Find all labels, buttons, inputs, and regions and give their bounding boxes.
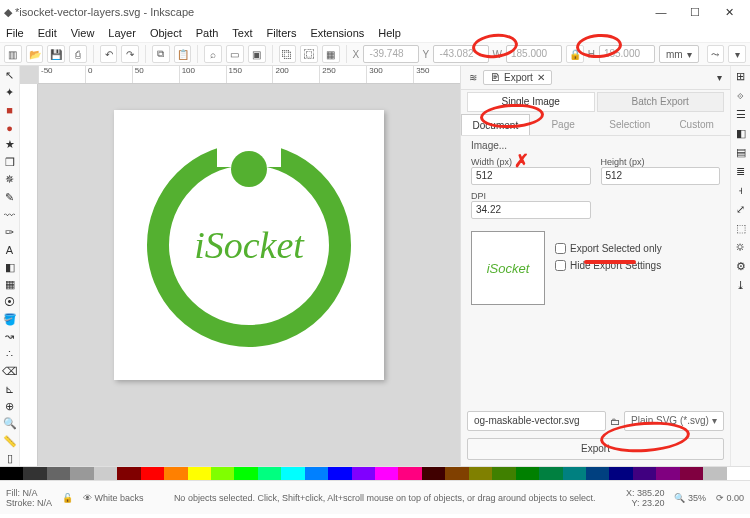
swatch[interactable] xyxy=(516,467,539,480)
new-doc-icon[interactable]: ▥ xyxy=(4,45,22,63)
snap-toggle-icon[interactable]: ⊞ xyxy=(733,68,749,84)
selectors-icon[interactable]: ☰ xyxy=(733,106,749,122)
undo-icon[interactable]: ↶ xyxy=(100,45,118,63)
redo-icon[interactable]: ↷ xyxy=(121,45,139,63)
tab-page[interactable]: Page xyxy=(530,114,597,135)
doc-props-icon[interactable]: ⛭ xyxy=(733,239,749,255)
gradient-tool-icon[interactable]: ◧ xyxy=(2,260,18,274)
maximize-button[interactable]: ☐ xyxy=(678,0,712,24)
x-input[interactable]: -39.748 xyxy=(363,45,418,63)
dropper-tool-icon[interactable]: ⦿ xyxy=(2,295,18,309)
rect-tool-icon[interactable]: ■ xyxy=(2,103,18,117)
object-props-icon[interactable]: ▤ xyxy=(733,144,749,160)
connector-tool-icon[interactable]: ⊾ xyxy=(2,382,18,396)
swatch[interactable] xyxy=(281,467,304,480)
close-tab-icon[interactable]: ✕ xyxy=(537,72,545,83)
menu-text[interactable]: Text xyxy=(232,27,252,39)
export-format-select[interactable]: Plain SVG (*.svg)▾ xyxy=(624,411,724,431)
swatch[interactable] xyxy=(23,467,46,480)
measure-tool-icon[interactable]: 📏 xyxy=(2,434,18,448)
tweak-tool-icon[interactable]: ↝ xyxy=(2,330,18,344)
star-tool-icon[interactable]: ★ xyxy=(2,138,18,152)
swatch[interactable] xyxy=(70,467,93,480)
canvas-area[interactable]: -50050100150200250300350 iSocket xyxy=(20,66,460,466)
mesh-tool-icon[interactable]: ▦ xyxy=(2,277,18,291)
swatch[interactable] xyxy=(234,467,257,480)
bezier-tool-icon[interactable]: 〰 xyxy=(2,208,18,222)
swatch[interactable] xyxy=(305,467,328,480)
pages-tool-icon[interactable]: ▯ xyxy=(2,452,18,466)
swatch[interactable] xyxy=(727,467,750,480)
swatch[interactable] xyxy=(469,467,492,480)
swatch[interactable] xyxy=(445,467,468,480)
zoom-tool-icon[interactable]: 🔍 xyxy=(2,417,18,431)
menu-edit[interactable]: Edit xyxy=(38,27,57,39)
swatch[interactable] xyxy=(141,467,164,480)
swatch[interactable] xyxy=(586,467,609,480)
swatch[interactable] xyxy=(117,467,140,480)
swatch[interactable] xyxy=(352,467,375,480)
export-selected-checkbox[interactable]: Export Selected only xyxy=(555,243,662,254)
menu-help[interactable]: Help xyxy=(378,27,401,39)
h-input[interactable]: 185.000 xyxy=(599,45,655,63)
swatch[interactable] xyxy=(422,467,445,480)
clone-icon[interactable]: ⿴ xyxy=(300,45,318,63)
group-icon[interactable]: ▦ xyxy=(322,45,340,63)
snap-icon[interactable]: ⤳ xyxy=(707,45,725,63)
menu-object[interactable]: Object xyxy=(150,27,182,39)
open-icon[interactable]: 📂 xyxy=(26,45,44,63)
swatch[interactable] xyxy=(47,467,70,480)
tab-document[interactable]: Document xyxy=(461,114,530,135)
save-icon[interactable]: 💾 xyxy=(47,45,65,63)
fill-stroke-icon[interactable]: ◧ xyxy=(733,125,749,141)
w-input[interactable]: 185.000 xyxy=(506,45,562,63)
swatch[interactable] xyxy=(258,467,281,480)
menu-layer[interactable]: Layer xyxy=(108,27,136,39)
xml-editor-icon[interactable]: ⟐ xyxy=(733,87,749,103)
close-button[interactable]: ✕ xyxy=(712,0,746,24)
subtab-batch[interactable]: Batch Export xyxy=(597,92,725,112)
color-palette[interactable] xyxy=(0,466,750,480)
zoom-draw-icon[interactable]: ▭ xyxy=(226,45,244,63)
pencil-tool-icon[interactable]: ✎ xyxy=(2,190,18,204)
panel-menu-icon[interactable]: ▾ xyxy=(717,72,722,83)
rotation-field[interactable]: ⟳ 0.00 xyxy=(716,493,744,503)
preferences-icon[interactable]: ⚙ xyxy=(733,258,749,274)
swatch[interactable] xyxy=(398,467,421,480)
prefs-icon[interactable]: ▾ xyxy=(728,45,746,63)
layers-panel-icon[interactable]: ≣ xyxy=(733,163,749,179)
zoom-field[interactable]: 🔍 35% xyxy=(674,493,706,503)
unit-select[interactable]: mm▾ xyxy=(659,45,699,63)
minimize-button[interactable]: — xyxy=(644,0,678,24)
height-input[interactable]: 512 xyxy=(601,167,721,185)
swatch[interactable] xyxy=(164,467,187,480)
export-filename-input[interactable]: og-maskable-vector.svg xyxy=(467,411,606,431)
paintbucket-tool-icon[interactable]: 🪣 xyxy=(2,312,18,326)
3dbox-tool-icon[interactable]: ❒ xyxy=(2,155,18,169)
zoom-page-icon[interactable]: ▣ xyxy=(248,45,266,63)
spray-tool-icon[interactable]: ∴ xyxy=(2,347,18,361)
lock-icon[interactable]: 🔒 xyxy=(566,45,584,63)
swatch[interactable] xyxy=(328,467,351,480)
dpi-input[interactable]: 34.22 xyxy=(471,201,591,219)
menu-extensions[interactable]: Extensions xyxy=(310,27,364,39)
swatch[interactable] xyxy=(703,467,726,480)
swatch[interactable] xyxy=(656,467,679,480)
paste-icon[interactable]: 📋 xyxy=(174,45,192,63)
swatch[interactable] xyxy=(609,467,632,480)
subtab-single[interactable]: Single Image xyxy=(467,92,595,112)
swatch[interactable] xyxy=(0,467,23,480)
menu-file[interactable]: File xyxy=(6,27,24,39)
export-button[interactable]: Export xyxy=(467,438,724,460)
width-input[interactable]: 512 xyxy=(471,167,591,185)
menu-filters[interactable]: Filters xyxy=(267,27,297,39)
selector-tool-icon[interactable]: ↖ xyxy=(2,68,18,82)
hide-export-settings-checkbox[interactable]: Hide Export Settings xyxy=(555,260,662,271)
text-tool-icon[interactable]: A xyxy=(2,242,18,256)
lpe-tool-icon[interactable]: ⊕ xyxy=(2,399,18,413)
eraser-tool-icon[interactable]: ⌫ xyxy=(2,364,18,378)
browse-icon[interactable]: 🗀 xyxy=(610,416,620,427)
zoom-sel-icon[interactable]: ⌕ xyxy=(204,45,222,63)
align-icon[interactable]: ⫞ xyxy=(733,182,749,198)
spiral-tool-icon[interactable]: ✵ xyxy=(2,173,18,187)
